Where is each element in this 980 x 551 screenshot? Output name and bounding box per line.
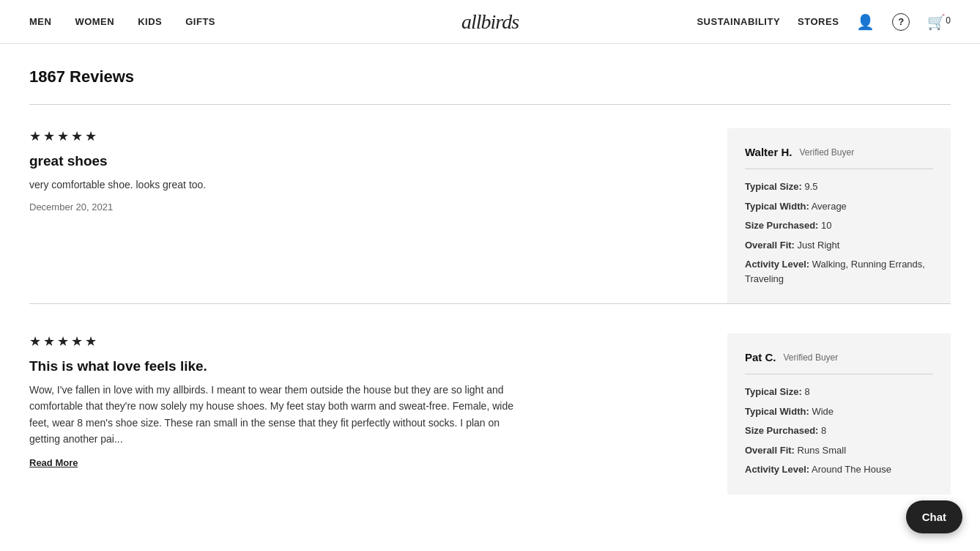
star-2-1: ★ <box>29 333 41 350</box>
nav-men-link[interactable]: MEN <box>29 16 51 27</box>
review-left-2: ★ ★ ★ ★ ★ This is what love feels like. … <box>29 333 698 498</box>
stat-label-size-purchased-1: Size Purchased: <box>745 220 818 231</box>
verified-badge-1: Verified Buyer <box>799 147 854 158</box>
stat-label-typical-width-2: Typical Width: <box>745 406 809 417</box>
read-more-link-2[interactable]: Read More <box>29 457 78 468</box>
star-5: ★ <box>85 128 97 144</box>
nav-kids-link[interactable]: KIDS <box>138 16 162 27</box>
cart-icon[interactable]: 🛒0 <box>927 13 951 31</box>
stat-overall-fit-2: Overall Fit: Runs Small <box>745 443 933 458</box>
nav-women-link[interactable]: WOMEN <box>75 16 114 27</box>
stat-typical-size-2: Typical Size: 8 <box>745 385 933 399</box>
stat-label-activity-level-2: Activity Level: <box>745 464 809 475</box>
reviewer-name-1: Walter H. <box>745 146 792 158</box>
stat-value-typical-width-1: Average <box>812 201 847 212</box>
review-left-1: ★ ★ ★ ★ ★ great shoes very comfortable s… <box>29 128 698 303</box>
nav-left-links: MEN WOMEN KIDS GIFTS <box>29 16 215 27</box>
reviewer-header-2: Pat C. Verified Buyer <box>745 351 933 374</box>
section-divider-1 <box>29 303 951 304</box>
star-rating-2: ★ ★ ★ ★ ★ <box>29 333 698 350</box>
stat-typical-width-2: Typical Width: Wide <box>745 404 933 419</box>
navbar: MEN WOMEN KIDS GIFTS allbirds SUSTAINABI… <box>0 0 980 44</box>
stat-value-overall-fit-1: Just Right <box>798 240 840 251</box>
verified-badge-2: Verified Buyer <box>784 352 839 363</box>
stat-value-size-purchased-1: 10 <box>821 220 831 231</box>
main-content: 1867 Reviews ★ ★ ★ ★ ★ great shoes very … <box>0 44 980 498</box>
reviewer-card-2: Pat C. Verified Buyer Typical Size: 8 Ty… <box>727 333 951 495</box>
star-2-2: ★ <box>43 333 55 350</box>
review-body-1: very comfortable shoe. looks great too. <box>29 177 527 193</box>
stat-size-purchased-1: Size Purchased: 10 <box>745 218 933 233</box>
nav-gifts-link[interactable]: GIFTS <box>185 16 215 27</box>
stat-value-overall-fit-2: Runs Small <box>798 445 846 456</box>
review-item-2: ★ ★ ★ ★ ★ This is what love feels like. … <box>29 333 951 498</box>
stat-label-size-purchased-2: Size Purchased: <box>745 425 818 436</box>
review-body-2: Wow, I've fallen in love with my allbird… <box>29 382 527 448</box>
nav-sustainability-link[interactable]: SUSTAINABILITY <box>697 16 780 27</box>
reviewer-stats-2: Typical Size: 8 Typical Width: Wide Size… <box>745 385 933 477</box>
stat-overall-fit-1: Overall Fit: Just Right <box>745 238 933 253</box>
stat-value-typical-width-2: Wide <box>812 406 834 417</box>
review-title-2: This is what love feels like. <box>29 358 698 374</box>
stat-label-activity-level-1: Activity Level: <box>745 259 809 270</box>
star-2: ★ <box>43 128 55 144</box>
star-1: ★ <box>29 128 41 144</box>
stat-value-typical-size-1: 9.5 <box>804 181 817 192</box>
stat-size-purchased-2: Size Purchased: 8 <box>745 424 933 438</box>
stat-label-typical-width-1: Typical Width: <box>745 201 809 212</box>
stat-typical-width-1: Typical Width: Average <box>745 199 933 214</box>
review-title-1: great shoes <box>29 153 698 169</box>
reviews-title: 1867 Reviews <box>29 67 951 86</box>
reviewer-card-1: Walter H. Verified Buyer Typical Size: 9… <box>727 128 951 303</box>
stat-typical-size-1: Typical Size: 9.5 <box>745 180 933 194</box>
stat-label-overall-fit-2: Overall Fit: <box>745 445 795 456</box>
star-3: ★ <box>57 128 69 144</box>
top-divider <box>29 104 951 105</box>
star-rating-1: ★ ★ ★ ★ ★ <box>29 128 698 144</box>
star-2-4: ★ <box>71 333 83 350</box>
reviewer-name-2: Pat C. <box>745 351 776 363</box>
stat-label-typical-size-1: Typical Size: <box>745 181 802 192</box>
stat-value-size-purchased-2: 8 <box>821 425 826 436</box>
reviewer-header-1: Walter H. Verified Buyer <box>745 146 933 169</box>
star-4: ★ <box>71 128 83 144</box>
stat-value-typical-size-2: 8 <box>804 386 809 397</box>
reviewer-stats-1: Typical Size: 9.5 Typical Width: Average… <box>745 180 933 286</box>
stat-value-activity-level-2: Around The House <box>812 464 891 475</box>
review-item: ★ ★ ★ ★ ★ great shoes very comfortable s… <box>29 128 951 303</box>
site-logo[interactable]: allbirds <box>461 10 519 34</box>
stat-activity-level-2: Activity Level: Around The House <box>745 462 933 477</box>
nav-stores-link[interactable]: STORES <box>798 16 839 27</box>
review-date-1: December 20, 2021 <box>29 201 698 212</box>
star-2-3: ★ <box>57 333 69 350</box>
stat-label-typical-size-2: Typical Size: <box>745 386 802 397</box>
account-icon[interactable]: 👤 <box>856 13 875 31</box>
nav-right-links: SUSTAINABILITY STORES 👤 ? 🛒0 <box>697 13 951 31</box>
help-icon[interactable]: ? <box>892 13 910 31</box>
star-2-5: ★ <box>85 333 97 350</box>
stat-activity-level-1: Activity Level: Walking, Running Errands… <box>745 257 933 286</box>
stat-label-overall-fit-1: Overall Fit: <box>745 240 795 251</box>
